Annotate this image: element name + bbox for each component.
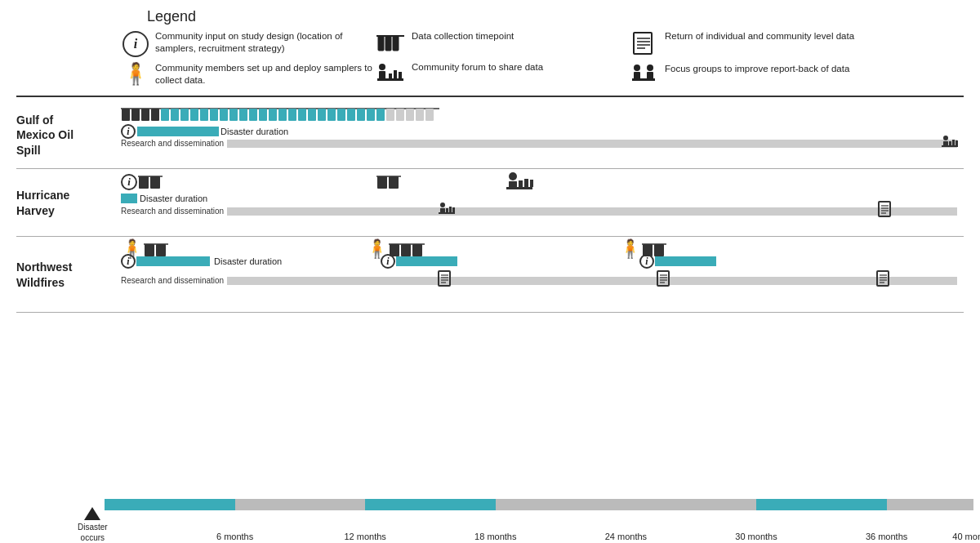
legend-section: Legend i Community input on study design…: [16, 8, 964, 97]
axis-12mo: 12 months: [345, 532, 386, 541]
svg-rect-51: [406, 109, 414, 121]
harvey-research-label: Research and dissemination: [121, 207, 224, 216]
gulf-teal-bar: [137, 127, 219, 136]
svg-rect-77: [452, 207, 455, 212]
harvey-timeline: i: [121, 172, 964, 234]
svg-point-4: [379, 64, 385, 70]
gulf-label: Gulf of Mexico Oil Spill: [16, 105, 121, 166]
axis-seg-teal1: [105, 499, 235, 510]
svg-rect-7: [389, 73, 392, 78]
legend-col-1: i Community input on study design (locat…: [122, 30, 376, 89]
nw-info-24: i: [639, 254, 654, 269]
harvey-doc-icon: [878, 201, 893, 221]
legend-item-return-data: Return of individual and community level…: [629, 30, 882, 58]
svg-rect-24: [141, 109, 149, 121]
svg-rect-32: [220, 109, 228, 121]
svg-rect-31: [210, 109, 218, 121]
svg-rect-98: [657, 271, 669, 286]
harvey-start-icons: i: [121, 172, 163, 190]
svg-rect-0: [378, 36, 384, 51]
svg-rect-27: [171, 109, 179, 121]
svg-rect-22: [122, 109, 130, 121]
gulf-info-icon: i: [121, 124, 136, 139]
legend-title: Legend: [147, 8, 964, 25]
axis-18mo: 18 months: [474, 532, 516, 541]
svg-rect-40: [298, 109, 306, 121]
nw-bar-0: i: [121, 254, 210, 269]
svg-rect-48: [376, 109, 385, 121]
person-deploy-icon: 🧍: [122, 63, 149, 84]
gulf-disaster-label: Disaster duration: [220, 127, 288, 136]
svg-rect-25: [151, 109, 159, 121]
svg-rect-71: [530, 180, 533, 187]
svg-rect-38: [278, 109, 287, 121]
gulf-research-bar: [227, 140, 957, 148]
axis-36mo: 36 months: [866, 532, 907, 541]
svg-rect-93: [439, 271, 450, 286]
svg-rect-8: [394, 70, 397, 78]
northwest-timeline: 🧍 🧍: [121, 240, 964, 309]
svg-rect-33: [229, 109, 238, 121]
svg-rect-74: [439, 212, 455, 214]
bottom-axis-section: 6 months 12 months 18 months 24 months 3…: [0, 482, 980, 543]
harvey-research-row: Research and dissemination: [121, 207, 957, 216]
nw-doc-24: [657, 270, 671, 291]
svg-rect-42: [318, 109, 326, 121]
svg-rect-56: [942, 145, 958, 147]
svg-rect-11: [634, 33, 652, 54]
svg-rect-46: [357, 109, 365, 121]
northwest-label: Northwest Wildfires: [16, 240, 121, 309]
nw-disaster-label: Disaster duration: [214, 256, 282, 266]
svg-rect-61: [139, 176, 149, 189]
svg-rect-64: [377, 176, 387, 189]
info-circle-icon: i: [122, 31, 149, 57]
svg-rect-49: [386, 109, 394, 121]
svg-rect-52: [416, 109, 424, 121]
svg-rect-67: [509, 181, 517, 188]
nw-teal-12: [396, 256, 457, 266]
svg-rect-69: [519, 180, 523, 187]
svg-rect-58: [952, 140, 955, 145]
focus-group-icon: [629, 64, 658, 89]
gulf-vials-svg: [121, 105, 439, 122]
timeline-rows: Gulf of Mexico Oil Spill: [16, 101, 964, 313]
nw-doc-36: [876, 270, 891, 291]
svg-rect-36: [259, 109, 267, 121]
svg-rect-29: [190, 109, 198, 121]
axis-seg-gray4: [887, 499, 973, 510]
svg-rect-57: [949, 141, 951, 145]
svg-rect-70: [524, 179, 528, 187]
svg-rect-47: [367, 109, 375, 121]
svg-rect-5: [379, 71, 385, 79]
legend-forum-text: Community forum to share data: [412, 61, 543, 73]
svg-rect-39: [288, 109, 296, 121]
nw-info-0: i: [121, 254, 136, 269]
svg-rect-9: [399, 72, 402, 78]
svg-rect-65: [389, 176, 399, 189]
gulf-research-label: Research and dissemination: [121, 139, 224, 148]
axis-6mo: 6 months: [216, 532, 253, 541]
harvey-teal-bar: [121, 194, 137, 203]
legend-col-3: Return of individual and community level…: [629, 30, 882, 89]
legend-item-collection: Data collection timepoint: [376, 30, 629, 56]
legend-item-community-input: i Community input on study design (locat…: [122, 30, 376, 57]
svg-rect-23: [131, 109, 140, 121]
legend-focus-text: Focus groups to improve report-back of d…: [665, 63, 849, 75]
svg-rect-75: [446, 208, 448, 212]
svg-rect-62: [150, 176, 160, 189]
svg-rect-53: [425, 109, 434, 121]
gulf-research-row: Research and dissemination: [121, 139, 957, 148]
harvey-disaster-bar: Disaster duration: [121, 194, 207, 203]
gulf-vials-row: [121, 105, 439, 122]
legend-item-deploy: 🧍 Community members set up and deploy sa…: [122, 62, 376, 87]
harvey-disaster-label: Disaster duration: [140, 194, 207, 203]
axis-seg-gray2: [496, 499, 626, 510]
nw-bar-12: i: [381, 254, 457, 269]
svg-rect-41: [308, 109, 316, 121]
harvey-12mo-vials: [376, 172, 401, 193]
svg-rect-76: [449, 207, 452, 212]
svg-point-72: [440, 203, 445, 207]
nw-teal-0: [136, 256, 210, 266]
nw-teal-24: [655, 256, 716, 266]
nw-info-12: i: [381, 254, 395, 269]
